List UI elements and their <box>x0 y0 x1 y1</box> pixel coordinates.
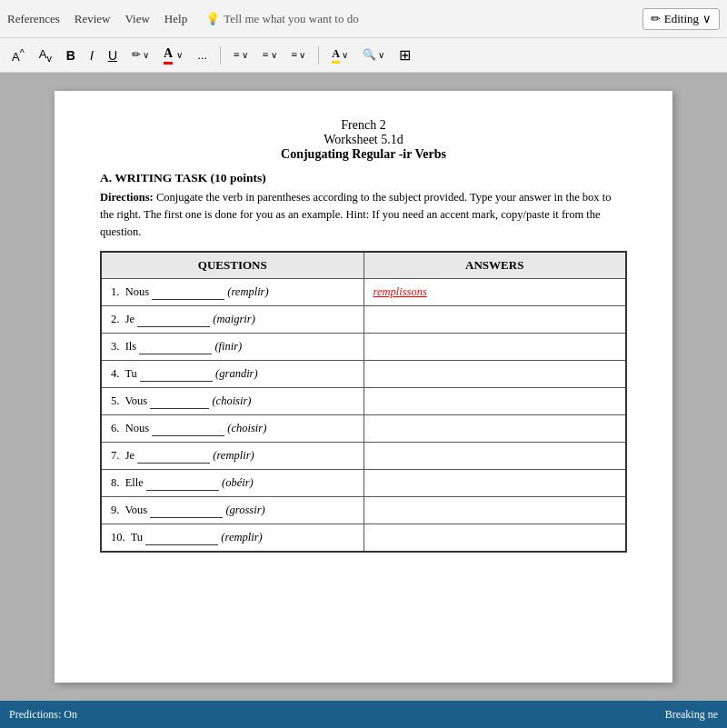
row-number: 6. <box>111 422 119 434</box>
blank-line <box>140 367 213 382</box>
directions-label: Directions: <box>100 191 154 204</box>
row-number: 1. <box>111 285 119 298</box>
answer-cell[interactable] <box>364 415 626 443</box>
answer-cell[interactable]: remplissons <box>364 279 626 306</box>
answer-cell[interactable] <box>364 524 626 552</box>
answer-cell[interactable] <box>364 388 626 415</box>
row-verb: (remplir) <box>213 449 254 462</box>
row-number: 4. <box>111 367 119 380</box>
table-row: 3. Ils (finir) <box>101 334 626 361</box>
question-cell: 1. Nous (remplir) <box>101 279 364 306</box>
answer-cell[interactable] <box>364 334 626 361</box>
view-menu[interactable]: View <box>124 12 149 26</box>
italic-button[interactable]: I <box>85 46 98 65</box>
blank-line <box>139 340 212 354</box>
list-2-icon: ≡ <box>263 48 269 62</box>
worksheet-table: QUESTIONS ANSWERS 1. Nous (remplir)rempl… <box>100 251 627 553</box>
underline-button[interactable]: U <box>104 46 122 65</box>
section-a-header: A. WRITING TASK (10 points) <box>100 171 627 185</box>
help-menu[interactable]: Help <box>164 12 187 26</box>
row-number: 2. <box>111 313 119 325</box>
question-cell: 9. Vous (grossir) <box>101 497 364 524</box>
title-line1: French 2 <box>100 118 627 133</box>
editing-label: Editing <box>664 12 699 26</box>
font-size-decrease-button[interactable]: Av <box>35 45 56 65</box>
row-subject: Nous <box>125 422 149 434</box>
table-row: 9. Vous (grossir) <box>101 497 626 524</box>
row-verb: (grossir) <box>225 504 264 516</box>
row-subject: Vous <box>124 504 147 516</box>
question-cell: 3. Ils (finir) <box>101 334 364 361</box>
row-number: 7. <box>111 449 119 462</box>
status-bar-right: Breaking ne <box>665 708 718 722</box>
search-chevron-icon: ∨ <box>378 50 384 60</box>
answer-cell[interactable] <box>364 306 626 334</box>
list-1-chevron-icon: ∨ <box>242 50 248 60</box>
list-3-chevron-icon: ∨ <box>299 50 305 60</box>
answer-cell[interactable] <box>364 497 626 524</box>
blank-line <box>137 449 210 464</box>
list-1-icon: ≡ <box>234 48 240 62</box>
question-cell: 6. Nous (choisir) <box>101 415 364 443</box>
lightbulb-icon: 💡 <box>205 12 220 26</box>
table-row: 8. Elle (obéir) <box>101 470 626 497</box>
blank-line <box>152 285 224 300</box>
font-size-increase-button[interactable]: A^ <box>7 45 29 65</box>
search-icon: 🔍 <box>363 48 376 62</box>
predictions-status: Predictions: On <box>9 708 77 722</box>
blank-line <box>150 504 223 518</box>
chevron-down-icon: ∨ <box>702 12 712 26</box>
row-subject: Je <box>125 449 134 462</box>
title-line3: Conjugating Regular -ir Verbs <box>100 147 627 162</box>
answer-cell[interactable] <box>364 470 626 497</box>
list-style-2-dropdown[interactable]: ≡ ∨ <box>258 45 282 65</box>
list-3-icon: ≡ <box>292 48 298 62</box>
pen-icon: ✏ <box>132 48 141 62</box>
bold-button[interactable]: B <box>62 46 80 65</box>
view-mode-button[interactable]: ⊞ <box>394 45 415 65</box>
editing-button[interactable]: ✏ Editing ∨ <box>642 8 720 30</box>
font-color-dropdown[interactable]: A ∨ <box>159 44 187 67</box>
document-page: French 2 Worksheet 5.1d Conjugating Regu… <box>55 91 672 683</box>
more-options-button[interactable]: ... <box>193 46 212 64</box>
list-style-1-dropdown[interactable]: ≡ ∨ <box>229 45 253 65</box>
pen-chevron-icon: ∨ <box>143 50 149 60</box>
title-line2: Worksheet 5.1d <box>100 133 627 147</box>
row-subject: Je <box>125 313 134 325</box>
highlight-a-icon: A <box>332 47 340 64</box>
question-cell: 10. Tu (remplir) <box>101 524 364 552</box>
tell-me-bar[interactable]: 💡 Tell me what you want to do <box>205 12 359 26</box>
row-subject: Vous <box>124 394 147 407</box>
row-verb: (choisir) <box>212 394 251 407</box>
row-verb: (remplir) <box>227 285 268 298</box>
toolbar-separator-1 <box>220 46 221 65</box>
blank-line <box>152 422 224 436</box>
highlight-chevron-icon: ∨ <box>342 50 348 60</box>
highlight-dropdown[interactable]: A ∨ <box>327 45 353 66</box>
references-menu[interactable]: References <box>7 12 60 26</box>
search-dropdown[interactable]: 🔍 ∨ <box>358 45 389 65</box>
answer-cell[interactable] <box>364 443 626 470</box>
questions-header: QUESTIONS <box>101 252 364 279</box>
list-style-3-dropdown[interactable]: ≡ ∨ <box>287 45 311 65</box>
document-title: French 2 Worksheet 5.1d Conjugating Regu… <box>100 118 627 162</box>
row-verb: (grandir) <box>215 367 258 380</box>
table-row: 6. Nous (choisir) <box>101 415 626 443</box>
row-verb: (choisir) <box>227 422 266 434</box>
answer-text: remplissons <box>373 285 427 298</box>
row-verb: (obéir) <box>222 476 254 489</box>
table-row: 1. Nous (remplir)remplissons <box>101 279 626 306</box>
review-menu[interactable]: Review <box>75 12 111 26</box>
question-cell: 5. Vous (choisir) <box>101 388 364 415</box>
tell-me-text: Tell me what you want to do <box>224 12 359 26</box>
pen-dropdown[interactable]: ✏ ∨ <box>127 45 154 65</box>
answer-cell[interactable] <box>364 361 626 388</box>
table-row: 4. Tu (grandir) <box>101 361 626 388</box>
row-subject: Tu <box>124 367 136 380</box>
breaking-news-status: Breaking ne <box>665 708 718 722</box>
answers-header: ANSWERS <box>364 252 626 279</box>
row-subject: Nous <box>125 285 149 298</box>
font-size-up-icon: A^ <box>12 50 25 64</box>
row-number: 5. <box>111 394 119 407</box>
pencil-icon: ✏ <box>651 12 661 26</box>
